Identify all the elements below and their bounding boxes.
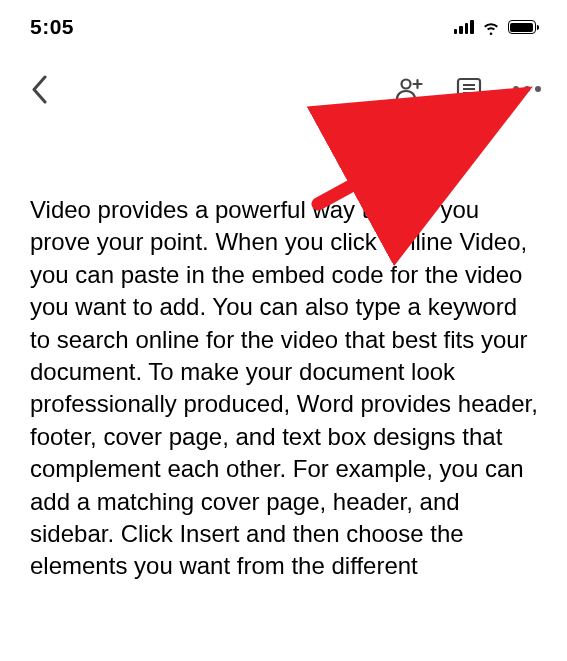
battery-icon <box>508 20 540 34</box>
status-bar: 5:05 <box>0 0 567 48</box>
svg-point-0 <box>402 80 411 89</box>
document-content[interactable]: Video provides a powerful way to help yo… <box>0 124 567 583</box>
add-person-icon <box>394 74 424 104</box>
chevron-left-icon <box>31 75 48 104</box>
wifi-icon <box>481 17 501 37</box>
app-toolbar <box>0 48 567 124</box>
document-lines-icon <box>454 74 484 104</box>
more-button[interactable] <box>509 72 549 106</box>
status-indicators <box>454 17 540 37</box>
add-person-button[interactable] <box>389 72 429 106</box>
status-time: 5:05 <box>30 15 74 39</box>
back-button[interactable] <box>22 72 56 106</box>
page-view-button[interactable] <box>449 72 489 106</box>
cellular-signal-icon <box>454 20 474 34</box>
document-body-text: Video provides a powerful way to help yo… <box>30 194 539 583</box>
more-dots-icon <box>513 86 519 92</box>
